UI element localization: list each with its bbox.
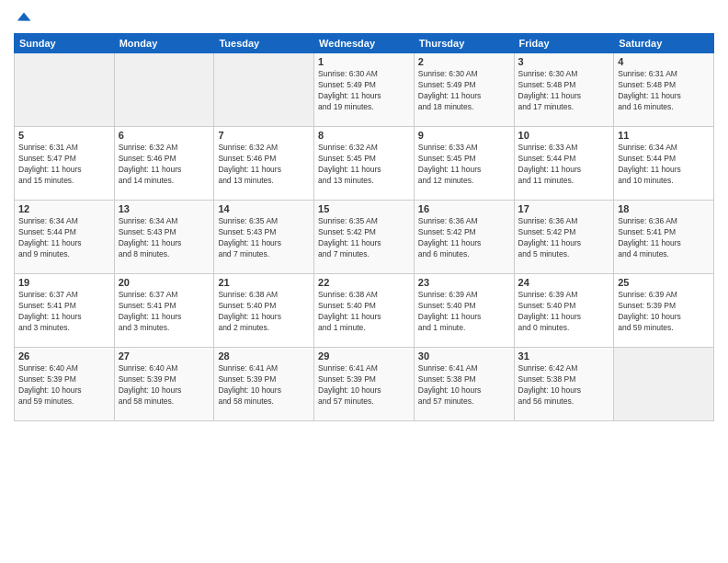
logo-text [14, 9, 32, 26]
day-number: 9 [418, 130, 510, 141]
day-number: 17 [518, 203, 610, 214]
calendar-cell: 16Sunrise: 6:36 AM Sunset: 5:42 PM Dayli… [414, 201, 514, 274]
calendar-cell: 6Sunrise: 6:32 AM Sunset: 5:46 PM Daylig… [114, 127, 214, 201]
calendar-cell: 1Sunrise: 6:30 AM Sunset: 5:49 PM Daylig… [314, 53, 415, 127]
calendar-cell: 19Sunrise: 6:37 AM Sunset: 5:41 PM Dayli… [15, 274, 115, 348]
day-number: 11 [618, 130, 710, 141]
day-info: Sunrise: 6:32 AM Sunset: 5:45 PM Dayligh… [318, 143, 410, 187]
day-info: Sunrise: 6:38 AM Sunset: 5:40 PM Dayligh… [218, 290, 310, 334]
calendar-cell: 17Sunrise: 6:36 AM Sunset: 5:42 PM Dayli… [514, 201, 614, 274]
weekday-header: Monday [114, 34, 214, 53]
page: SundayMondayTuesdayWednesdayThursdayFrid… [0, 0, 728, 563]
day-info: Sunrise: 6:35 AM Sunset: 5:43 PM Dayligh… [218, 216, 310, 260]
day-number: 10 [518, 130, 610, 141]
weekday-header: Friday [514, 34, 614, 53]
logo [14, 9, 32, 26]
calendar-cell: 9Sunrise: 6:33 AM Sunset: 5:45 PM Daylig… [414, 127, 514, 201]
day-info: Sunrise: 6:32 AM Sunset: 5:46 PM Dayligh… [218, 143, 310, 187]
weekday-header: Tuesday [214, 34, 314, 53]
calendar-cell: 15Sunrise: 6:35 AM Sunset: 5:42 PM Dayli… [314, 201, 415, 274]
day-info: Sunrise: 6:36 AM Sunset: 5:42 PM Dayligh… [518, 216, 610, 260]
weekday-header: Saturday [614, 34, 714, 53]
calendar-cell: 31Sunrise: 6:42 AM Sunset: 5:38 PM Dayli… [514, 348, 614, 421]
calendar-cell [614, 348, 714, 421]
day-number: 28 [218, 350, 310, 362]
day-number: 4 [618, 56, 710, 67]
day-info: Sunrise: 6:38 AM Sunset: 5:40 PM Dayligh… [318, 290, 410, 334]
calendar-week-row: 1Sunrise: 6:30 AM Sunset: 5:49 PM Daylig… [15, 53, 714, 127]
calendar-body: 1Sunrise: 6:30 AM Sunset: 5:49 PM Daylig… [15, 53, 714, 421]
day-number: 30 [418, 350, 510, 362]
day-number: 15 [318, 203, 410, 214]
header [14, 9, 714, 26]
day-info: Sunrise: 6:41 AM Sunset: 5:39 PM Dayligh… [218, 363, 310, 408]
weekday-header: Thursday [414, 34, 514, 53]
calendar-week-row: 26Sunrise: 6:40 AM Sunset: 5:39 PM Dayli… [15, 348, 714, 421]
day-number: 12 [18, 203, 110, 214]
calendar-cell [214, 53, 314, 127]
calendar-cell: 22Sunrise: 6:38 AM Sunset: 5:40 PM Dayli… [314, 274, 415, 348]
calendar-cell: 29Sunrise: 6:41 AM Sunset: 5:39 PM Dayli… [314, 348, 415, 421]
calendar-cell: 14Sunrise: 6:35 AM Sunset: 5:43 PM Dayli… [214, 201, 314, 274]
day-info: Sunrise: 6:40 AM Sunset: 5:39 PM Dayligh… [18, 363, 110, 408]
day-info: Sunrise: 6:37 AM Sunset: 5:41 PM Dayligh… [18, 290, 110, 334]
calendar-cell: 12Sunrise: 6:34 AM Sunset: 5:44 PM Dayli… [15, 201, 115, 274]
calendar-cell: 3Sunrise: 6:30 AM Sunset: 5:48 PM Daylig… [514, 53, 614, 127]
day-info: Sunrise: 6:41 AM Sunset: 5:38 PM Dayligh… [418, 363, 510, 408]
day-number: 27 [119, 350, 210, 362]
day-info: Sunrise: 6:40 AM Sunset: 5:39 PM Dayligh… [119, 363, 210, 408]
logo-icon [16, 9, 32, 26]
day-info: Sunrise: 6:33 AM Sunset: 5:45 PM Dayligh… [418, 143, 510, 187]
day-info: Sunrise: 6:36 AM Sunset: 5:41 PM Dayligh… [618, 216, 710, 260]
day-info: Sunrise: 6:37 AM Sunset: 5:41 PM Dayligh… [119, 290, 210, 334]
day-info: Sunrise: 6:34 AM Sunset: 5:44 PM Dayligh… [618, 143, 710, 187]
day-number: 1 [318, 56, 410, 67]
day-number: 22 [318, 277, 410, 288]
calendar-cell: 18Sunrise: 6:36 AM Sunset: 5:41 PM Dayli… [614, 201, 714, 274]
weekday-header: Sunday [15, 34, 115, 53]
calendar-cell: 10Sunrise: 6:33 AM Sunset: 5:44 PM Dayli… [514, 127, 614, 201]
day-info: Sunrise: 6:32 AM Sunset: 5:46 PM Dayligh… [119, 143, 210, 187]
day-info: Sunrise: 6:34 AM Sunset: 5:44 PM Dayligh… [18, 216, 110, 260]
day-number: 31 [518, 350, 610, 362]
calendar-cell: 23Sunrise: 6:39 AM Sunset: 5:40 PM Dayli… [414, 274, 514, 348]
calendar-week-row: 19Sunrise: 6:37 AM Sunset: 5:41 PM Dayli… [15, 274, 714, 348]
calendar-cell [114, 53, 214, 127]
day-number: 16 [418, 203, 510, 214]
calendar-week-row: 12Sunrise: 6:34 AM Sunset: 5:44 PM Dayli… [15, 201, 714, 274]
calendar-cell: 11Sunrise: 6:34 AM Sunset: 5:44 PM Dayli… [614, 127, 714, 201]
calendar-cell: 2Sunrise: 6:30 AM Sunset: 5:49 PM Daylig… [414, 53, 514, 127]
day-info: Sunrise: 6:42 AM Sunset: 5:38 PM Dayligh… [518, 363, 610, 408]
day-info: Sunrise: 6:30 AM Sunset: 5:48 PM Dayligh… [518, 69, 610, 113]
day-info: Sunrise: 6:39 AM Sunset: 5:39 PM Dayligh… [618, 290, 710, 334]
calendar-cell: 30Sunrise: 6:41 AM Sunset: 5:38 PM Dayli… [414, 348, 514, 421]
calendar-cell [15, 53, 115, 127]
day-number: 14 [218, 203, 310, 214]
calendar-cell: 5Sunrise: 6:31 AM Sunset: 5:47 PM Daylig… [15, 127, 115, 201]
weekday-row: SundayMondayTuesdayWednesdayThursdayFrid… [15, 34, 714, 53]
day-number: 19 [18, 277, 110, 288]
day-number: 24 [518, 277, 610, 288]
day-info: Sunrise: 6:30 AM Sunset: 5:49 PM Dayligh… [418, 69, 510, 113]
calendar-cell: 4Sunrise: 6:31 AM Sunset: 5:48 PM Daylig… [614, 53, 714, 127]
day-number: 6 [119, 130, 210, 141]
day-info: Sunrise: 6:31 AM Sunset: 5:47 PM Dayligh… [18, 143, 110, 187]
day-info: Sunrise: 6:41 AM Sunset: 5:39 PM Dayligh… [318, 363, 410, 408]
calendar-cell: 26Sunrise: 6:40 AM Sunset: 5:39 PM Dayli… [15, 348, 115, 421]
calendar-cell: 28Sunrise: 6:41 AM Sunset: 5:39 PM Dayli… [214, 348, 314, 421]
calendar: SundayMondayTuesdayWednesdayThursdayFrid… [14, 33, 714, 421]
calendar-cell: 7Sunrise: 6:32 AM Sunset: 5:46 PM Daylig… [214, 127, 314, 201]
day-number: 23 [418, 277, 510, 288]
day-number: 25 [618, 277, 710, 288]
day-number: 18 [618, 203, 710, 214]
day-number: 7 [218, 130, 310, 141]
calendar-cell: 20Sunrise: 6:37 AM Sunset: 5:41 PM Dayli… [114, 274, 214, 348]
day-info: Sunrise: 6:35 AM Sunset: 5:42 PM Dayligh… [318, 216, 410, 260]
day-number: 21 [218, 277, 310, 288]
day-info: Sunrise: 6:30 AM Sunset: 5:49 PM Dayligh… [318, 69, 410, 113]
day-info: Sunrise: 6:36 AM Sunset: 5:42 PM Dayligh… [418, 216, 510, 260]
day-info: Sunrise: 6:34 AM Sunset: 5:43 PM Dayligh… [119, 216, 210, 260]
calendar-week-row: 5Sunrise: 6:31 AM Sunset: 5:47 PM Daylig… [15, 127, 714, 201]
day-number: 2 [418, 56, 510, 67]
calendar-cell: 25Sunrise: 6:39 AM Sunset: 5:39 PM Dayli… [614, 274, 714, 348]
